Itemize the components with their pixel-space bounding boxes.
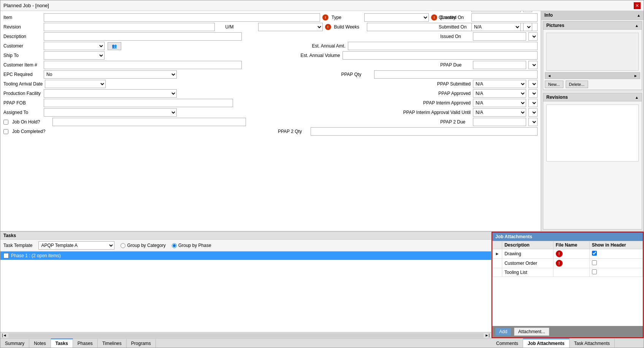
- group-by-category-label: Group by Category: [127, 243, 165, 248]
- issued-on-input[interactable]: 2016-11-10: [473, 32, 526, 41]
- pictures-section: Pictures ▲ ◄ ► New... Delete...: [543, 21, 642, 90]
- tab-notes[interactable]: Notes: [29, 339, 51, 348]
- ppap-qty-input[interactable]: [374, 70, 538, 79]
- ja-table-row: Tooling List: [493, 268, 643, 277]
- assigned-to-label: Assigned To: [3, 110, 41, 115]
- op1-due-on-dropdown[interactable]: [523, 11, 532, 12]
- tasks-panel: Tasks Task Template APQP Template A Grou…: [0, 232, 492, 338]
- row-production-ppap-approved: Production Facility PPAP Approved N/A: [3, 89, 538, 98]
- task-template-select[interactable]: APQP Template A: [38, 241, 114, 250]
- tab-tasks[interactable]: Tasks: [51, 339, 73, 348]
- description-input[interactable]: [44, 32, 242, 41]
- ppap-approved-label: PPAP Approved: [438, 91, 471, 96]
- issued-on-dropdown[interactable]: [528, 32, 538, 41]
- ppap-submitted-dropdown[interactable]: [528, 80, 538, 88]
- est-annual-amt-input[interactable]: [348, 42, 538, 50]
- task-template-label: Task Template: [3, 243, 32, 248]
- ppap-interim-approved-select[interactable]: N/A: [473, 99, 526, 107]
- revision-label: Revision: [3, 24, 41, 30]
- ppap-due-dropdown[interactable]: [528, 61, 538, 69]
- pictures-prev-button[interactable]: ◄: [545, 73, 554, 79]
- ppap-interim-valid-dropdown[interactable]: [528, 108, 538, 117]
- ja-table-area: Description File Name Show in Header ►Dr…: [492, 241, 643, 326]
- customer-item-input[interactable]: [44, 61, 242, 69]
- ppap2-due-dropdown[interactable]: [528, 118, 538, 126]
- scroll-left-arrow[interactable]: |◄: [0, 333, 8, 337]
- phase1-expand-icon[interactable]: ⊟: [3, 253, 9, 258]
- show-header-checkbox[interactable]: [592, 260, 597, 265]
- job-on-hold-input[interactable]: [52, 118, 246, 126]
- ppap-interim-approved-dropdown[interactable]: [528, 99, 538, 107]
- tasks-horizontal-scrollbar[interactable]: |◄ ►|: [0, 332, 491, 338]
- error-icon[interactable]: !: [556, 250, 563, 257]
- group-by-category-radio[interactable]: [121, 243, 125, 248]
- item-input[interactable]: [44, 13, 320, 22]
- ja-attachment-button[interactable]: Attachment...: [514, 327, 549, 336]
- tab-comments[interactable]: Comments: [492, 339, 523, 348]
- ppap-approved-select[interactable]: N/A: [473, 89, 526, 98]
- tab-task-attachments[interactable]: Task Attachments: [569, 339, 615, 348]
- type-select[interactable]: [364, 13, 429, 22]
- group-by-category-radio-group: Group by Category: [121, 243, 165, 248]
- job-on-hold-checkbox[interactable]: [3, 120, 8, 125]
- op1-submitted-on-dropdown[interactable]: [523, 23, 532, 31]
- ja-title: Job Attachments: [495, 234, 532, 239]
- ppap2-qty-input[interactable]: [311, 127, 538, 136]
- show-header-checkbox[interactable]: [592, 251, 597, 256]
- job-completed-checkbox[interactable]: [3, 129, 8, 134]
- main-window: Planned Job - [none] ✕ Item ! Type ! Cre…: [0, 0, 644, 348]
- tab-programs[interactable]: Programs: [127, 339, 156, 348]
- ja-row-file-name: !: [553, 249, 589, 259]
- pictures-new-button[interactable]: New...: [545, 81, 563, 88]
- build-weeks-required-badge: !: [325, 24, 331, 30]
- ppap-submitted-select[interactable]: N/A: [473, 80, 526, 88]
- tab-phases[interactable]: Phases: [73, 339, 98, 348]
- ja-add-button[interactable]: Add: [495, 328, 511, 335]
- bottom-section: Tasks Task Template APQP Template A Grou…: [0, 231, 644, 348]
- show-header-checkbox[interactable]: [592, 269, 597, 274]
- assigned-to-select[interactable]: [44, 108, 177, 117]
- tab-timelines[interactable]: Timelines: [98, 339, 127, 348]
- row-job-hold-ppap2-due: Job On Hold? PPAP 2 Due 2016-11-10: [3, 118, 538, 126]
- error-icon[interactable]: !: [556, 260, 563, 267]
- ja-col-file-name: File Name: [553, 241, 589, 249]
- bottom-tabs-row: SummaryNotesTasksPhasesTimelinesPrograms…: [0, 338, 644, 348]
- ja-row-description: Customer Order: [502, 259, 553, 268]
- phase1-row: ⊟ Phase 1 : (2 open items): [0, 252, 491, 260]
- customer-select[interactable]: [44, 42, 105, 50]
- op1-submitted-on-select[interactable]: N/A: [471, 23, 521, 31]
- tab-summary[interactable]: Summary: [0, 339, 29, 348]
- pictures-next-button[interactable]: ►: [631, 73, 640, 79]
- window-title: Planned Job - [none]: [3, 3, 49, 8]
- ppap-due-input[interactable]: 2016-11-10: [473, 61, 526, 69]
- ja-row-arrow-cell: [493, 259, 502, 268]
- revision-input[interactable]: [44, 23, 215, 31]
- tasks-scroll-area[interactable]: ⊟ Phase 1 : (2 open items): [0, 252, 491, 332]
- revisions-collapse[interactable]: ▲: [635, 95, 639, 100]
- row-ship-to-est-vol: Ship To Est. Annual Volume: [3, 51, 538, 60]
- ja-table-row: Customer Order!: [493, 259, 643, 268]
- epc-required-select[interactable]: No: [44, 70, 177, 79]
- ppap-fob-input[interactable]: [44, 99, 233, 107]
- tooling-arrival-select[interactable]: [45, 80, 106, 88]
- production-facility-select[interactable]: [44, 89, 177, 98]
- pictures-collapse[interactable]: ▲: [635, 24, 639, 28]
- group-by-phase-radio[interactable]: [172, 243, 177, 248]
- op1-due-on-select[interactable]: N/A: [471, 11, 521, 12]
- ppap-interim-valid-select[interactable]: N/A: [473, 108, 526, 117]
- scroll-right-arrow[interactable]: ►|: [484, 333, 492, 337]
- ppap2-due-input[interactable]: 2016-11-10: [473, 118, 526, 126]
- ship-to-select[interactable]: [44, 51, 105, 60]
- tasks-title: Tasks: [3, 233, 16, 238]
- tooling-arrival-label: Tooling Arrival Date: [3, 81, 43, 87]
- um-select[interactable]: [258, 23, 323, 31]
- est-annual-volume-input[interactable]: [343, 51, 538, 60]
- op1-quantity-input[interactable]: [471, 13, 538, 22]
- ppap-approved-dropdown[interactable]: [528, 89, 538, 98]
- tab-job-attachments[interactable]: Job Attachments: [523, 339, 569, 348]
- type-label: Type: [332, 15, 362, 20]
- close-button[interactable]: ✕: [634, 2, 641, 9]
- right-panel-collapse[interactable]: ▲: [637, 13, 641, 17]
- pictures-delete-button[interactable]: Delete...: [566, 81, 588, 88]
- customer-people-button[interactable]: 👥: [108, 42, 121, 50]
